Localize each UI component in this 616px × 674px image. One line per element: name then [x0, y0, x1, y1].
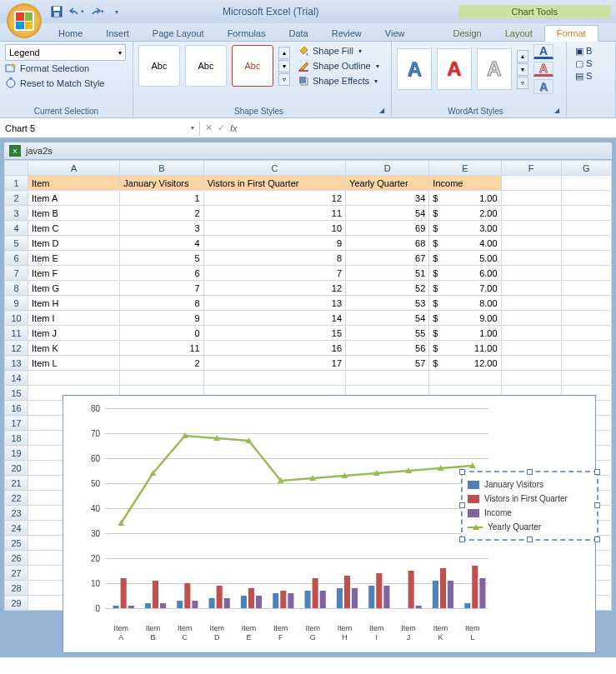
row-header[interactable]: 8: [5, 281, 28, 296]
row-header[interactable]: 14: [5, 371, 28, 386]
column-header[interactable]: B: [120, 161, 203, 176]
dialog-launcher-icon[interactable]: ◢: [554, 107, 559, 114]
row-header[interactable]: 5: [5, 236, 28, 251]
row-header[interactable]: 16: [5, 401, 28, 416]
cell[interactable]: Item F: [28, 266, 120, 281]
column-header[interactable]: D: [346, 161, 429, 176]
cell[interactable]: [561, 251, 611, 266]
cell[interactable]: 17: [203, 356, 345, 371]
cell[interactable]: [28, 371, 120, 386]
cell[interactable]: 34: [346, 191, 429, 206]
save-icon[interactable]: [48, 3, 65, 20]
cell[interactable]: $1.00: [429, 191, 501, 206]
cell[interactable]: $2.00: [429, 206, 501, 221]
cell[interactable]: [429, 371, 501, 386]
dialog-launcher-icon[interactable]: ◢: [379, 107, 384, 114]
cell[interactable]: [346, 371, 429, 386]
column-header[interactable]: G: [561, 161, 611, 176]
cell[interactable]: [561, 176, 611, 191]
legend-entry[interactable]: Income: [468, 506, 592, 520]
column-header[interactable]: F: [501, 161, 561, 176]
legend-entry[interactable]: Yearly Quarter: [468, 520, 592, 534]
cell[interactable]: 9: [203, 236, 345, 251]
text-fill-button[interactable]: A: [533, 44, 553, 59]
cell[interactable]: [203, 371, 345, 386]
cell[interactable]: 7: [203, 266, 345, 281]
row-header[interactable]: 20: [5, 461, 28, 476]
cell[interactable]: 8: [120, 296, 203, 311]
formula-input[interactable]: [243, 123, 611, 133]
cell[interactable]: 67: [346, 251, 429, 266]
cell[interactable]: Item I: [28, 311, 120, 326]
cell[interactable]: [501, 266, 561, 281]
cell[interactable]: [561, 341, 611, 356]
shape-outline-button[interactable]: Shape Outline▾: [295, 59, 382, 72]
cell[interactable]: [561, 281, 611, 296]
cell[interactable]: [501, 206, 561, 221]
cell[interactable]: $8.00: [429, 296, 501, 311]
cell[interactable]: 53: [346, 296, 429, 311]
cell[interactable]: 56: [346, 341, 429, 356]
cell[interactable]: [501, 341, 561, 356]
row-header[interactable]: 17: [5, 416, 28, 431]
wordart-style-3[interactable]: A: [477, 48, 512, 90]
cell[interactable]: 68: [346, 236, 429, 251]
undo-icon[interactable]: ▾: [68, 3, 85, 20]
cell[interactable]: [120, 371, 203, 386]
row-header[interactable]: 26: [5, 551, 28, 566]
wordart-style-2[interactable]: A: [437, 48, 472, 90]
embedded-chart[interactable]: 01020304050607080 ItemAItemBItemCItemDIt…: [63, 395, 596, 653]
cell[interactable]: [501, 251, 561, 266]
cell[interactable]: $12.00: [429, 356, 501, 371]
cell[interactable]: 51: [346, 266, 429, 281]
column-header[interactable]: C: [203, 161, 345, 176]
cell[interactable]: [501, 191, 561, 206]
tab-formulas[interactable]: Formulas: [216, 26, 278, 41]
cell[interactable]: 4: [120, 236, 203, 251]
gallery-up-icon[interactable]: ▴: [517, 50, 528, 62]
cell[interactable]: 11: [203, 206, 345, 221]
cell[interactable]: [561, 356, 611, 371]
row-header[interactable]: 28: [5, 581, 28, 596]
row-header[interactable]: 12: [5, 341, 28, 356]
shape-style-2[interactable]: Abc: [185, 45, 227, 87]
cell[interactable]: Item G: [28, 281, 120, 296]
row-header[interactable]: 2: [5, 191, 28, 206]
bring-front-button[interactable]: ▣ B: [575, 46, 607, 57]
cell[interactable]: 11: [120, 341, 203, 356]
row-header[interactable]: 6: [5, 251, 28, 266]
cell[interactable]: 52: [346, 281, 429, 296]
row-header[interactable]: 25: [5, 536, 28, 551]
cell[interactable]: Item: [28, 176, 120, 191]
name-box[interactable]: Chart 5 ▾: [0, 121, 200, 136]
row-header[interactable]: 1: [5, 176, 28, 191]
gallery-down-icon[interactable]: ▾: [517, 63, 528, 76]
cell[interactable]: [561, 191, 611, 206]
format-selection-button[interactable]: Format Selection: [5, 61, 128, 76]
cancel-icon[interactable]: ✕: [205, 122, 213, 133]
shape-effects-button[interactable]: Shape Effects▾: [295, 74, 382, 87]
row-header[interactable]: 15: [5, 386, 28, 401]
cell[interactable]: 7: [120, 281, 203, 296]
cell[interactable]: 9: [120, 311, 203, 326]
cell[interactable]: [561, 236, 611, 251]
shape-style-1[interactable]: Abc: [138, 45, 180, 87]
row-header[interactable]: 19: [5, 446, 28, 461]
cell[interactable]: 2: [120, 356, 203, 371]
cell[interactable]: 13: [203, 296, 345, 311]
column-header[interactable]: A: [28, 161, 120, 176]
cell[interactable]: [501, 176, 561, 191]
cell[interactable]: Item J: [28, 326, 120, 341]
cell[interactable]: 8: [203, 251, 345, 266]
text-effects-button[interactable]: A: [533, 79, 553, 94]
cell[interactable]: Vistors in First Quarter: [203, 176, 345, 191]
row-header[interactable]: 18: [5, 431, 28, 446]
gallery-down-icon[interactable]: ▾: [278, 60, 290, 72]
cell[interactable]: [501, 236, 561, 251]
tab-layout[interactable]: Layout: [493, 26, 544, 41]
cell[interactable]: Item B: [28, 206, 120, 221]
workbook-title-bar[interactable]: X java2s: [3, 142, 613, 160]
cell[interactable]: 12: [203, 191, 345, 206]
tab-design[interactable]: Design: [441, 26, 493, 41]
cell[interactable]: [561, 296, 611, 311]
